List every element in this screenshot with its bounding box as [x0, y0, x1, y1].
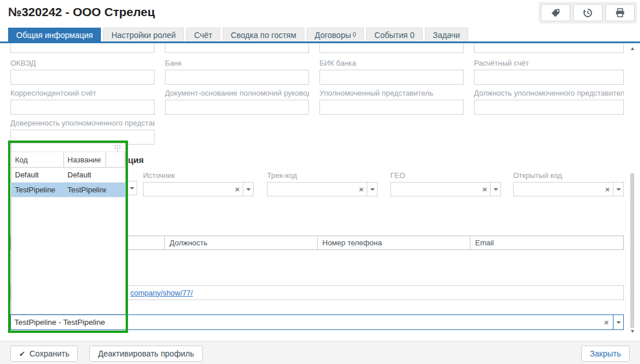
open-code-combo[interactable]: ×	[513, 182, 624, 196]
contracts-count-badge: 0	[353, 32, 356, 38]
form-scroll-area: ОКВЭД Банк БИК банка Расчётный счёт Корр…	[0, 43, 640, 337]
chevron-down-icon[interactable]	[243, 183, 253, 196]
footer-bar: ✔ Сохранить Деактивировать профиль Закры…	[0, 341, 640, 364]
pipeline-select[interactable]: TestPipeline - TestPipeline ×	[10, 314, 624, 330]
bank-input[interactable]	[165, 70, 309, 85]
clipped-input-3[interactable]	[319, 43, 464, 53]
tag-icon	[551, 8, 560, 18]
contacts-col-position: Должность	[165, 236, 318, 249]
deactivate-profile-button[interactable]: Деактивировать профиль	[89, 346, 203, 362]
pipeline-option-testpipeline[interactable]: TestPipeline TestPipeline	[12, 183, 125, 198]
scrollbar-thumb[interactable]	[630, 173, 634, 328]
pipeline-select-value: TestPipeline - TestPipeline	[11, 318, 604, 327]
column-name: Название	[64, 152, 106, 167]
chevron-down-icon[interactable]	[367, 183, 377, 196]
chevron-down-icon[interactable]	[613, 183, 623, 196]
tab-tasks[interactable]: Задачи	[425, 28, 468, 41]
pipeline-option-default[interactable]: Default Default	[12, 168, 125, 183]
chevron-down-icon[interactable]	[613, 315, 623, 329]
clipped-input-1[interactable]	[10, 43, 155, 53]
column-code: Код	[12, 152, 64, 167]
corr-account-input[interactable]	[10, 100, 155, 115]
authorized-representative-input[interactable]	[319, 100, 464, 115]
clear-icon[interactable]: ×	[604, 318, 609, 327]
chevron-down-icon[interactable]	[126, 181, 137, 195]
field-okved: ОКВЭД	[10, 59, 155, 85]
pipeline-dropdown-popup: Код Название Default Default TestPipelin…	[11, 143, 126, 314]
field-representative-position: Должность уполномоченного представителя	[474, 89, 624, 115]
field-power-of-attorney: Доверенность уполномоченного представит.…	[10, 119, 155, 145]
field-track-code: Трек-код ×	[267, 171, 378, 196]
clear-icon[interactable]: ×	[359, 185, 364, 194]
field-settlement-account: Расчётный счёт	[474, 59, 624, 85]
okved-input[interactable]	[10, 70, 155, 85]
tab-role-settings[interactable]: Настройки ролей	[103, 28, 184, 41]
company-profile-window: №320242 - ООО Стрелец Общая информация	[0, 0, 640, 364]
settlement-account-input[interactable]	[474, 70, 624, 85]
pipeline-options-table: Код Название Default Default TestPipelin…	[12, 151, 125, 198]
scroll-down-arrow[interactable]	[630, 328, 635, 334]
tab-account[interactable]: Счёт	[186, 28, 220, 41]
clear-icon[interactable]: ×	[605, 185, 610, 194]
field-geo: ГЕО ×	[390, 171, 501, 196]
contacts-col-phone: Номер телефона	[318, 236, 470, 249]
tab-contracts[interactable]: Договоры0	[307, 28, 364, 41]
printer-icon	[615, 8, 625, 18]
pipeline-table-header: Код Название	[12, 151, 125, 168]
field-source: Источник ×	[143, 171, 254, 196]
header-toolbar	[539, 2, 637, 24]
tab-general-info[interactable]: Общая информация	[8, 28, 101, 41]
section-header-fragment: ция	[128, 155, 144, 165]
check-icon: ✔	[19, 350, 25, 358]
contacts-col-email: Email	[470, 236, 623, 249]
representative-position-input[interactable]	[474, 100, 624, 115]
page-title: №320242 - ООО Стрелец	[8, 5, 155, 19]
history-icon	[583, 8, 593, 18]
field-authority-document: Документ-основание полномочий руководи..…	[165, 89, 309, 115]
clipped-input-2[interactable]	[165, 43, 309, 53]
clear-icon[interactable]: ×	[482, 185, 487, 194]
clipped-input-4[interactable]	[474, 43, 624, 53]
company-link[interactable]: company/show/77/	[130, 289, 193, 297]
geo-combo[interactable]: ×	[390, 182, 501, 196]
bik-input[interactable]	[319, 70, 464, 85]
vertical-scrollbar[interactable]	[630, 46, 635, 334]
history-button[interactable]	[573, 4, 603, 21]
field-open-code: Открытый код ×	[513, 171, 624, 196]
print-button[interactable]	[605, 4, 635, 21]
save-button[interactable]: ✔ Сохранить	[10, 346, 78, 362]
clear-icon[interactable]: ×	[235, 185, 240, 194]
close-button[interactable]: Закрыть	[581, 346, 630, 362]
tags-button[interactable]	[541, 4, 570, 21]
tab-bar: Общая информация Настройки ролей Счёт Св…	[8, 28, 468, 41]
source-combo[interactable]: ×	[143, 182, 254, 196]
field-bank: Банк	[165, 59, 309, 85]
field-bik: БИК банка	[319, 59, 464, 85]
authority-document-input[interactable]	[165, 100, 309, 115]
tab-events[interactable]: События 0	[366, 28, 422, 41]
track-code-combo[interactable]: ×	[267, 182, 378, 196]
field-authorized-representative: Уполномоченный представитель	[319, 89, 464, 115]
tab-underline	[0, 41, 640, 43]
field-corr-account: Корреспондентский счёт	[10, 89, 155, 115]
chevron-down-icon[interactable]	[490, 183, 500, 196]
scroll-up-arrow[interactable]	[630, 46, 635, 51]
tab-guest-summary[interactable]: Сводка по гостям	[223, 28, 304, 41]
